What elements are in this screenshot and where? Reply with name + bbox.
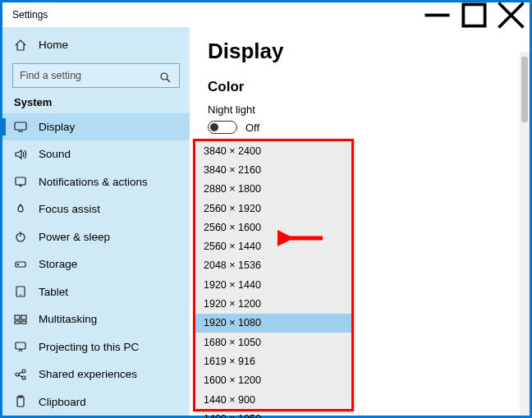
shared-icon bbox=[14, 368, 27, 381]
svg-point-22 bbox=[22, 376, 25, 379]
svg-rect-1 bbox=[463, 4, 484, 25]
tablet-icon bbox=[14, 285, 27, 298]
svg-rect-17 bbox=[15, 321, 20, 324]
svg-rect-25 bbox=[17, 397, 24, 407]
night-light-label: Night light bbox=[208, 103, 530, 116]
close-button[interactable] bbox=[493, 2, 530, 27]
resolution-option[interactable]: 2560 × 1600 bbox=[195, 218, 351, 237]
svg-line-23 bbox=[19, 372, 22, 374]
sidebar-item-label: Storage bbox=[39, 258, 77, 270]
section-heading: Color bbox=[208, 79, 530, 95]
sidebar-item-power[interactable]: Power & sleep bbox=[2, 223, 190, 250]
resolution-option[interactable]: 1440 × 900 bbox=[195, 390, 351, 409]
resolution-option[interactable]: 1920 × 1080 bbox=[195, 314, 351, 333]
sidebar-item-label: Display bbox=[39, 121, 75, 133]
sidebar-item-label: Focus assist bbox=[39, 203, 100, 215]
window-title: Settings bbox=[12, 9, 48, 21]
resolution-option[interactable]: 2880 × 1800 bbox=[195, 180, 351, 199]
scrollbar[interactable] bbox=[520, 52, 530, 416]
sidebar-search-wrap bbox=[2, 58, 190, 96]
scrollbar-thumb[interactable] bbox=[521, 57, 528, 122]
resolution-option[interactable]: 1920 × 1200 bbox=[195, 294, 351, 313]
svg-rect-6 bbox=[15, 122, 26, 130]
svg-line-24 bbox=[19, 375, 22, 377]
notifications-icon bbox=[14, 175, 27, 188]
focus-icon bbox=[14, 203, 27, 216]
resolution-option[interactable]: 3840 × 2160 bbox=[195, 160, 351, 179]
night-light-toggle-row: Off bbox=[208, 121, 530, 134]
titlebar: Settings bbox=[2, 2, 530, 27]
clipboard-icon bbox=[14, 395, 27, 408]
resolution-dropdown[interactable]: 3840 × 24003840 × 21602880 × 18002560 × … bbox=[193, 139, 354, 411]
svg-rect-16 bbox=[21, 315, 26, 319]
sidebar-item-label: Sound bbox=[39, 148, 71, 160]
night-light-toggle[interactable] bbox=[208, 121, 237, 134]
sidebar-home-label: Home bbox=[39, 39, 68, 51]
resolution-option[interactable]: 1600 × 1200 bbox=[195, 371, 351, 390]
resolution-option[interactable]: 3840 × 2400 bbox=[195, 141, 351, 160]
sidebar-section-label: System bbox=[2, 96, 190, 113]
sidebar-item-notifications[interactable]: Notifications & actions bbox=[2, 168, 190, 195]
sidebar-item-label: Notifications & actions bbox=[39, 176, 148, 188]
svg-rect-19 bbox=[16, 342, 25, 349]
svg-rect-8 bbox=[16, 177, 25, 185]
sidebar-item-multitasking[interactable]: Multitasking bbox=[2, 305, 190, 333]
sidebar-item-projecting[interactable]: Projecting to this PC bbox=[2, 333, 190, 361]
svg-rect-18 bbox=[21, 321, 26, 324]
resolution-option[interactable]: 1619 × 916 bbox=[195, 351, 351, 370]
resolution-option[interactable]: 1680 × 1050 bbox=[195, 333, 351, 351]
svg-point-20 bbox=[16, 373, 19, 376]
resolution-option[interactable]: 1400 × 1050 bbox=[195, 409, 351, 418]
resolution-option[interactable]: 2560 × 1920 bbox=[195, 199, 351, 218]
multitasking-icon bbox=[14, 313, 27, 326]
power-icon bbox=[14, 230, 27, 243]
maximize-button[interactable] bbox=[456, 2, 493, 27]
resolution-option[interactable]: 2560 × 1440 bbox=[195, 237, 351, 255]
page-title: Display bbox=[208, 39, 530, 64]
home-icon bbox=[14, 39, 27, 52]
sidebar-item-shared[interactable]: Shared experiences bbox=[2, 361, 190, 388]
sidebar-item-tablet[interactable]: Tablet bbox=[2, 278, 190, 305]
search-input[interactable] bbox=[12, 63, 180, 88]
sidebar-item-label: Shared experiences bbox=[39, 368, 137, 380]
sidebar-item-focus[interactable]: Focus assist bbox=[2, 195, 190, 223]
sidebar-item-label: Clipboard bbox=[39, 396, 86, 408]
sidebar-item-display[interactable]: Display bbox=[2, 113, 190, 140]
projecting-icon bbox=[14, 340, 27, 353]
resolution-option[interactable]: 1920 × 1440 bbox=[195, 275, 351, 294]
sound-icon bbox=[14, 148, 27, 161]
sidebar-item-label: Projecting to this PC bbox=[39, 341, 139, 353]
sidebar-item-label: Tablet bbox=[39, 286, 68, 298]
night-light-state: Off bbox=[245, 122, 259, 134]
sidebar-item-clipboard[interactable]: Clipboard bbox=[2, 388, 190, 415]
sidebar-item-sound[interactable]: Sound bbox=[2, 140, 190, 168]
display-icon bbox=[14, 120, 27, 133]
minimize-button[interactable] bbox=[419, 2, 456, 27]
resolution-option[interactable]: 2048 × 1536 bbox=[195, 256, 351, 275]
sidebar: Home System Display Sound Notifications … bbox=[2, 27, 190, 416]
sidebar-item-label: Multitasking bbox=[39, 313, 97, 325]
sidebar-home[interactable]: Home bbox=[2, 32, 190, 58]
sidebar-item-label: Power & sleep bbox=[39, 231, 110, 243]
svg-point-21 bbox=[22, 370, 25, 373]
storage-icon bbox=[14, 258, 27, 271]
svg-point-12 bbox=[17, 264, 18, 264]
sidebar-item-storage[interactable]: Storage bbox=[2, 250, 190, 278]
svg-rect-15 bbox=[15, 315, 20, 319]
